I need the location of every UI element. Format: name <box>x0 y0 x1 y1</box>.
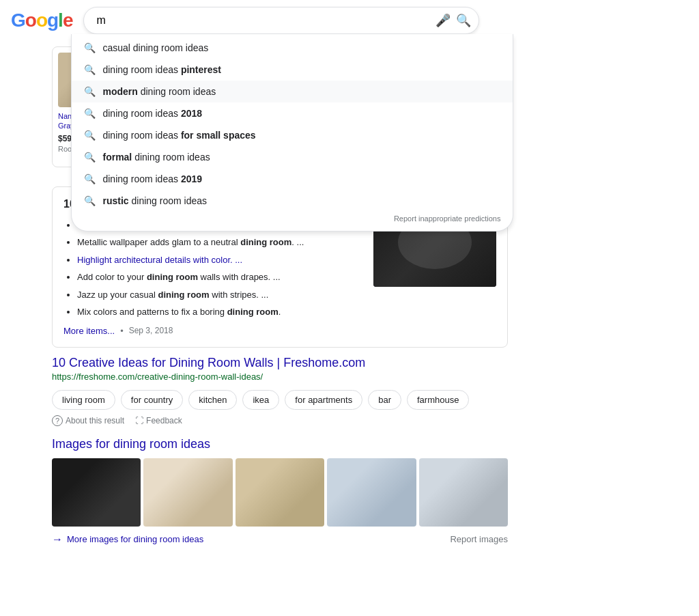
feedback-icon: ⛶ <box>135 416 143 425</box>
tags-row: living room for country kitchen ikea for… <box>52 390 508 410</box>
autocomplete-item[interactable]: 🔍 dining room ideas 2019 <box>72 168 513 190</box>
article-date: Sep 3, 2018 <box>129 326 173 335</box>
autocomplete-item[interactable]: 🔍 formal dining room ideas <box>72 146 513 168</box>
autocomplete-text: dining room ideas for small spaces <box>102 130 255 141</box>
search-small-icon: 🔍 <box>84 173 96 184</box>
more-images-link[interactable]: → More images for dining room ideas <box>52 533 203 546</box>
search-small-icon: 🔍 <box>84 64 96 75</box>
images-section: Images for dining room ideas → More imag… <box>52 437 508 546</box>
search-input[interactable] <box>83 7 479 34</box>
header: Google 🎤 🔍 🔍 casual dining room ideas 🔍 … <box>0 0 699 41</box>
tag-living-room[interactable]: living room <box>52 390 115 410</box>
search-icons: 🎤 🔍 <box>436 13 471 28</box>
autocomplete-text: formal dining room ideas <box>102 152 210 163</box>
tag-bar[interactable]: bar <box>368 390 401 410</box>
question-icon: ? <box>52 415 63 426</box>
list-item: Jazz up your casual dining room with str… <box>77 288 362 302</box>
tag-kitchen[interactable]: kitchen <box>188 390 237 410</box>
about-row: ? About this result ⛶ Feedback <box>52 415 508 426</box>
article-footer: More items... • Sep 3, 2018 <box>63 326 362 336</box>
images-section-title[interactable]: Images for dining room ideas <box>52 437 508 451</box>
image-thumbnail[interactable] <box>419 458 508 527</box>
search-small-icon: 🔍 <box>84 42 96 53</box>
images-row <box>52 458 508 527</box>
feedback-link[interactable]: ⛶ Feedback <box>135 416 182 425</box>
search-small-icon: 🔍 <box>84 86 96 97</box>
report-images-link[interactable]: Report images <box>450 534 508 544</box>
list-item: Mix colors and patterns to fix a boring … <box>77 305 362 319</box>
autocomplete-item-selected[interactable]: 🔍 modern dining room ideas <box>72 81 513 102</box>
autocomplete-item[interactable]: 🔍 dining room ideas pinterest <box>72 59 513 81</box>
autocomplete-text: dining room ideas pinterest <box>102 64 221 75</box>
result-title[interactable]: 10 Creative Ideas for Dining Room Walls … <box>52 356 508 370</box>
autocomplete-footer: Report inappropriate predictions <box>72 212 513 225</box>
list-item: Metallic wallpaper adds glam to a neutra… <box>77 236 362 249</box>
autocomplete-item[interactable]: 🔍 casual dining room ideas <box>72 37 513 59</box>
image-thumbnail[interactable] <box>236 458 324 527</box>
google-logo: Google <box>11 10 72 31</box>
search-small-icon: 🔍 <box>84 130 96 141</box>
tag-ikea[interactable]: ikea <box>242 390 279 410</box>
article-list: Warm up your dining room with reclaimed … <box>63 219 362 319</box>
tag-for-country[interactable]: for country <box>121 390 183 410</box>
autocomplete-item[interactable]: 🔍 rustic dining room ideas <box>72 190 513 212</box>
tag-farmhouse[interactable]: farmhouse <box>407 390 469 410</box>
search-small-icon: 🔍 <box>84 152 96 163</box>
autocomplete-text: modern dining room ideas <box>102 86 216 97</box>
autocomplete-text: rustic dining room ideas <box>102 195 207 206</box>
autocomplete-dropdown: 🔍 casual dining room ideas 🔍 dining room… <box>71 34 513 232</box>
list-item: Highlight architectural details with col… <box>77 253 362 267</box>
arrow-right-icon: → <box>52 533 63 546</box>
search-button[interactable]: 🔍 <box>456 13 471 28</box>
search-result-link: 10 Creative Ideas for Dining Room Walls … <box>52 356 508 382</box>
microphone-icon[interactable]: 🎤 <box>436 13 451 28</box>
image-thumbnail[interactable] <box>327 458 416 527</box>
result-url: https://freshome.com/creative-dining-roo… <box>52 372 508 382</box>
about-result-link[interactable]: ? About this result <box>52 415 124 426</box>
more-items-link[interactable]: More items... <box>63 326 115 336</box>
separator: • <box>120 326 124 336</box>
tag-for-apartments[interactable]: for apartments <box>285 390 362 410</box>
search-bar-wrapper: 🎤 🔍 🔍 casual dining room ideas 🔍 dining … <box>83 7 479 34</box>
autocomplete-item[interactable]: 🔍 dining room ideas 2018 <box>72 102 513 124</box>
list-item: Add color to your dining room walls with… <box>77 270 362 284</box>
list-item-link[interactable]: Highlight architectural details with col… <box>77 255 242 265</box>
autocomplete-text: dining room ideas 2018 <box>102 108 202 119</box>
autocomplete-item[interactable]: 🔍 dining room ideas for small spaces <box>72 124 513 146</box>
image-thumbnail[interactable] <box>52 458 141 527</box>
search-small-icon: 🔍 <box>84 195 96 206</box>
images-footer: → More images for dining room ideas Repo… <box>52 533 508 546</box>
autocomplete-text: dining room ideas 2019 <box>102 173 202 184</box>
search-small-icon: 🔍 <box>84 108 96 119</box>
image-thumbnail[interactable] <box>143 458 232 527</box>
autocomplete-text: casual dining room ideas <box>102 42 208 53</box>
